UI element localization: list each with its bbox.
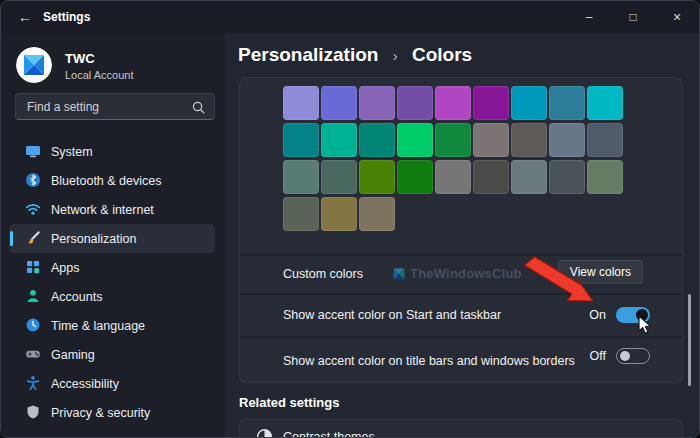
account-name: TWC (65, 51, 95, 66)
account-type: Local Account (65, 69, 134, 81)
twc-logo-icon (16, 47, 52, 83)
sidebar-item-label: Network & internet (51, 203, 154, 217)
color-swatch[interactable] (473, 86, 509, 120)
sidebar-item-label: Gaming (51, 348, 95, 362)
swatch-row (283, 86, 623, 120)
minimize-icon: – (586, 10, 593, 24)
sidebar-item-personalization[interactable]: Personalization (9, 224, 215, 253)
bluetooth-icon (25, 172, 41, 188)
window-title: Settings (43, 10, 90, 24)
contrast-themes-label: Contrast themes (283, 430, 375, 438)
back-button[interactable]: ← (11, 6, 39, 28)
sidebar: TWC Local Account SystemBluetooth & devi… (1, 33, 225, 437)
toggle-knob (620, 351, 630, 361)
color-swatch[interactable] (587, 123, 623, 157)
custom-colors-row: Custom colors TheWindowsClub View colors (240, 255, 682, 293)
sidebar-item-accessibility[interactable]: Accessibility (9, 369, 215, 398)
page-title: Colors (412, 44, 472, 65)
close-button[interactable]: × (655, 1, 699, 33)
sidebar-item-label: Time & language (51, 319, 145, 333)
setting-row-accent-title-bars: Show accent color on title bars and wind… (240, 337, 682, 383)
color-swatch[interactable] (435, 160, 471, 194)
network-icon (25, 201, 41, 217)
sidebar-item-label: System (51, 145, 93, 159)
color-swatch[interactable] (321, 197, 357, 231)
toggle-knob (636, 309, 648, 321)
contrast-icon (256, 428, 273, 438)
personalization-icon (25, 230, 41, 246)
sidebar-item-label: Privacy & security (51, 406, 150, 420)
color-swatch[interactable] (359, 197, 395, 231)
contrast-themes-card[interactable]: Contrast themes (239, 419, 683, 438)
sidebar-item-system[interactable]: System (9, 137, 215, 166)
gaming-icon (25, 346, 41, 362)
sidebar-item-label: Accessibility (51, 377, 119, 391)
sidebar-item-accounts[interactable]: Accounts (9, 282, 215, 311)
accent-color-card: Custom colors TheWindowsClub View colors… (239, 77, 683, 383)
color-swatch[interactable] (321, 123, 357, 157)
back-arrow-icon: ← (18, 9, 32, 25)
setting-row-accent-start-taskbar: Show accent color on Start and taskbar O… (240, 294, 682, 336)
color-swatch[interactable] (397, 123, 433, 157)
color-swatch[interactable] (283, 160, 319, 194)
privacy-icon (25, 404, 41, 420)
view-colors-button[interactable]: View colors (558, 260, 643, 284)
sidebar-item-privacy-security[interactable]: Privacy & security (9, 398, 215, 427)
watermark: TheWindowsClub (392, 266, 522, 281)
accessibility-icon (25, 375, 41, 391)
color-swatch[interactable] (283, 86, 319, 120)
related-settings-heading: Related settings (239, 395, 339, 410)
color-swatch[interactable] (549, 123, 585, 157)
color-swatch[interactable] (511, 86, 547, 120)
sidebar-item-apps[interactable]: Apps (9, 253, 215, 282)
accounts-icon (25, 288, 41, 304)
toggle-accent-start-taskbar[interactable] (616, 307, 650, 323)
color-swatch[interactable] (397, 160, 433, 194)
color-swatch[interactable] (549, 86, 585, 120)
search-input[interactable] (16, 94, 192, 119)
sidebar-item-gaming[interactable]: Gaming (9, 340, 215, 369)
watermark-logo-icon (392, 267, 406, 281)
color-swatch[interactable] (283, 197, 319, 231)
minimize-button[interactable]: – (567, 1, 611, 33)
custom-colors-label: Custom colors (283, 267, 363, 281)
color-swatch[interactable] (359, 160, 395, 194)
color-swatch[interactable] (473, 160, 509, 194)
sidebar-item-label: Personalization (51, 232, 136, 246)
color-swatch[interactable] (283, 123, 319, 157)
sidebar-nav: SystemBluetooth & devicesNetwork & inter… (1, 137, 225, 427)
breadcrumb-parent[interactable]: Personalization (238, 44, 378, 65)
color-swatch[interactable] (321, 160, 357, 194)
scrollbar[interactable] (688, 294, 691, 386)
color-swatch[interactable] (359, 123, 395, 157)
setting-label: Show accent color on title bars and wind… (283, 354, 575, 368)
sidebar-item-time-language[interactable]: Time & language (9, 311, 215, 340)
color-swatch[interactable] (397, 86, 433, 120)
settings-window: ← Settings – □ × TWC Local A (0, 0, 700, 438)
toggle-state-text: Off (590, 349, 606, 363)
sidebar-item-bluetooth-devices[interactable]: Bluetooth & devices (9, 166, 215, 195)
maximize-button[interactable]: □ (611, 1, 655, 33)
color-swatch[interactable] (511, 160, 547, 194)
system-icon (25, 143, 41, 159)
color-swatch[interactable] (473, 123, 509, 157)
time-icon (25, 317, 41, 333)
color-swatch[interactable] (435, 123, 471, 157)
swatch-row (283, 123, 623, 157)
swatch-row (283, 197, 623, 231)
toggle-accent-title-bars[interactable] (616, 348, 650, 364)
sidebar-item-network-internet[interactable]: Network & internet (9, 195, 215, 224)
setting-label: Show accent color on Start and taskbar (283, 308, 501, 322)
swatch-row (283, 160, 623, 194)
sidebar-item-label: Apps (51, 261, 80, 275)
avatar[interactable] (16, 47, 52, 83)
color-swatch[interactable] (435, 86, 471, 120)
search-box[interactable] (15, 93, 215, 120)
color-swatch[interactable] (359, 86, 395, 120)
color-swatch[interactable] (321, 86, 357, 120)
color-swatch[interactable] (587, 160, 623, 194)
color-swatch[interactable] (511, 123, 547, 157)
color-swatch[interactable] (587, 86, 623, 120)
watermark-text: TheWindowsClub (410, 266, 522, 281)
color-swatch[interactable] (549, 160, 585, 194)
